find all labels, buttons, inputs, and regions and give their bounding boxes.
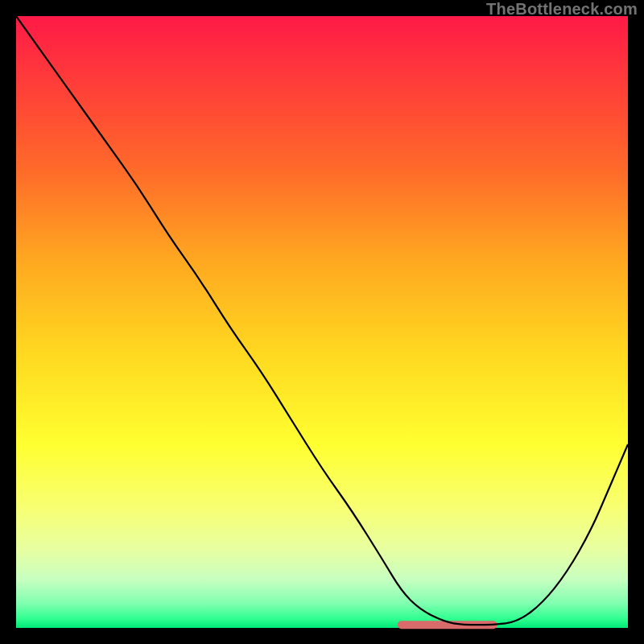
chart-svg [16, 16, 628, 628]
chart-container: TheBottleneck.com [0, 0, 644, 644]
plot-area [16, 16, 628, 628]
bottleneck-curve [16, 16, 628, 625]
